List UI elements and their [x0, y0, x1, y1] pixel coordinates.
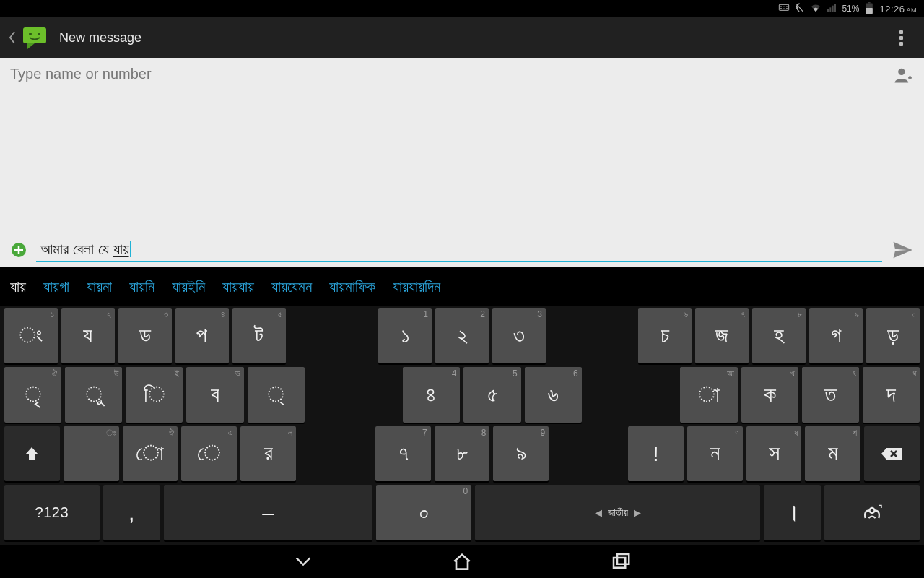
svg-rect-12 — [834, 4, 836, 12]
key-।[interactable]: । — [764, 485, 821, 540]
key-ৃ[interactable]: ৃঐ — [4, 367, 61, 423]
suggestion-item[interactable]: যায় — [10, 278, 26, 296]
key-হ[interactable]: হ৮ — [752, 308, 806, 363]
key-দ[interactable]: দধ — [863, 367, 920, 423]
key-গ[interactable]: গ৯ — [809, 308, 863, 363]
svg-rect-3 — [785, 6, 785, 7]
app-header: New message — [0, 17, 924, 58]
key-ত[interactable]: তৎ — [802, 367, 859, 423]
backspace-key[interactable] — [864, 426, 920, 482]
svg-rect-7 — [785, 8, 785, 9]
svg-rect-2 — [783, 6, 783, 7]
symbols-key[interactable]: ?123 — [4, 485, 100, 540]
key-ে[interactable]: েএ — [181, 426, 237, 482]
compose-row: আমার বেলা যে যায় — [0, 233, 924, 267]
svg-point-17 — [29, 33, 32, 35]
recipient-row — [0, 58, 924, 92]
key-৫[interactable]: ৫5 — [463, 367, 520, 423]
compose-text-prefix: আমার বেলা যে — [40, 241, 113, 257]
keyboard-active-icon — [778, 2, 790, 16]
key-![interactable]: ! — [628, 426, 684, 482]
send-button[interactable] — [891, 238, 914, 262]
key-স[interactable]: সষ — [746, 426, 802, 482]
svg-rect-22 — [614, 558, 625, 568]
key-৪[interactable]: ৪4 — [403, 367, 460, 423]
key-২[interactable]: ২2 — [435, 308, 489, 363]
key-ব[interactable]: বভ — [186, 367, 243, 423]
svg-rect-4 — [787, 6, 788, 7]
key-ড[interactable]: ড৩ — [118, 308, 172, 363]
shift-key[interactable] — [4, 426, 60, 482]
key-ট[interactable]: ট৫ — [232, 308, 286, 363]
svg-rect-23 — [617, 554, 629, 564]
compose-text-active-word: যায় — [113, 241, 129, 257]
key-০[interactable]: ০0 — [376, 485, 471, 540]
nav-home-button[interactable] — [444, 547, 480, 576]
svg-point-19 — [898, 69, 905, 75]
key-্[interactable]: ্ — [248, 367, 305, 423]
key-১[interactable]: ১1 — [378, 308, 432, 363]
key-া[interactable]: াআ — [680, 367, 737, 423]
conversation-pane — [0, 92, 924, 233]
key-য[interactable]: য২ — [61, 308, 115, 363]
overflow-menu-button[interactable] — [886, 23, 915, 52]
suggestion-item[interactable]: যায়গা — [43, 278, 69, 296]
enter-key[interactable] — [824, 485, 920, 540]
nav-back-button[interactable] — [285, 547, 321, 576]
svg-rect-10 — [830, 7, 832, 12]
layout-switch-key[interactable]: ◀জাতীয়▶ — [475, 485, 760, 540]
text-cursor — [130, 241, 131, 257]
messaging-app-icon[interactable] — [20, 23, 49, 52]
svg-rect-9 — [827, 9, 829, 12]
key-৩[interactable]: ৩3 — [492, 308, 546, 363]
suggestion-item[interactable]: যায়যায়দিন — [393, 278, 440, 296]
page-title: New message — [59, 30, 886, 46]
svg-rect-16 — [23, 27, 46, 43]
key-ি[interactable]: িই — [126, 367, 183, 423]
key-,[interactable]: , — [103, 485, 160, 540]
attach-button[interactable] — [10, 241, 27, 259]
key-ো[interactable]: োঔ — [123, 426, 178, 482]
key-ন[interactable]: নণ — [687, 426, 743, 482]
status-time: 12:26AM — [879, 4, 917, 14]
cellular-signal-icon — [826, 2, 837, 16]
key-৭[interactable]: ৭7 — [375, 426, 431, 482]
key-৮[interactable]: ৮8 — [435, 426, 490, 482]
suggestion-item[interactable]: যায়ইনি — [172, 278, 205, 296]
suggestion-item[interactable]: যায়যায় — [222, 278, 254, 296]
key-ু[interactable]: ুউ — [65, 367, 122, 423]
recipient-input[interactable] — [10, 63, 881, 87]
key-৯[interactable]: ৯9 — [493, 426, 549, 482]
svg-point-18 — [38, 33, 40, 35]
key-জ[interactable]: জ৭ — [695, 308, 749, 363]
key-blank[interactable]: ঃ — [64, 426, 119, 482]
add-contact-button[interactable] — [891, 64, 914, 87]
svg-rect-0 — [780, 4, 789, 10]
key-৬[interactable]: ৬6 — [525, 367, 582, 423]
key-চ[interactable]: চ৬ — [638, 308, 692, 363]
nav-recent-button[interactable] — [603, 547, 639, 576]
svg-rect-8 — [787, 8, 788, 9]
key-ক[interactable]: কখ — [741, 367, 798, 423]
key-প[interactable]: প৪ — [175, 308, 229, 363]
compose-input[interactable]: আমার বেলা যে যায় — [36, 238, 882, 262]
svg-rect-5 — [781, 8, 782, 9]
key-ম[interactable]: মশ — [805, 426, 860, 482]
mute-icon — [794, 2, 806, 16]
battery-icon — [863, 2, 875, 16]
key-ড়[interactable]: ড়০ — [866, 308, 920, 363]
svg-rect-14 — [866, 8, 873, 14]
key-–[interactable]: – — [164, 485, 373, 540]
key-র[interactable]: রল — [240, 426, 296, 482]
suggestion-item[interactable]: যায়নি — [129, 278, 154, 296]
system-nav-bar — [0, 545, 924, 578]
suggestion-item[interactable]: যায়না — [87, 278, 112, 296]
svg-point-21 — [870, 508, 875, 513]
suggestion-item[interactable]: যায়মাফিক — [329, 278, 375, 296]
svg-rect-6 — [783, 8, 783, 9]
svg-rect-1 — [781, 6, 782, 7]
suggestion-item[interactable]: যায়যেমন — [271, 278, 312, 296]
key-ং[interactable]: ং১ — [4, 308, 58, 363]
back-button[interactable] — [9, 17, 20, 58]
keyboard-row: ং১য২ড৩প৪ট৫১1২2৩3চ৬জ৭হ৮গ৯ড়০ — [4, 308, 920, 363]
